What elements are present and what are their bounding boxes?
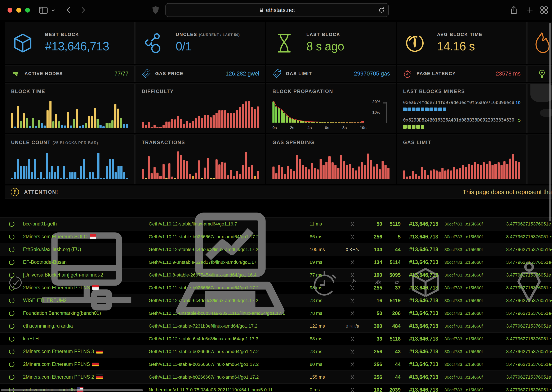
uncles-icon — [143, 32, 164, 54]
minimize-window-button[interactable] — [16, 8, 21, 13]
chart-bar — [224, 162, 226, 179]
node-block[interactable]: #13,646,713 — [406, 387, 442, 392]
node-block[interactable]: #13,646,713 — [406, 323, 442, 329]
node-client-version: Geth/v1.10.12-stable-6c4dc6c3/linux-amd6… — [149, 247, 309, 252]
node-block[interactable]: #13,646,713 — [406, 297, 442, 303]
share-button[interactable] — [510, 6, 517, 15]
node-mining — [340, 297, 364, 304]
stat-panel-best-block: BEST BLOCK#13,646,713 — [5, 22, 135, 64]
chart-bar — [293, 171, 295, 179]
node-name[interactable]: eth.icanmining.ru aridia — [23, 323, 149, 329]
address-bar[interactable]: ethstats.net — [165, 3, 389, 17]
chart-bar — [58, 121, 60, 128]
node-block-hash[interactable]: 30ccf783...c15f660f — [442, 260, 504, 265]
node-pending: 43 — [382, 349, 401, 355]
zoom-window-button[interactable] — [25, 8, 30, 13]
chart-bar — [332, 122, 334, 123]
chart-bar — [349, 164, 351, 179]
chart-bar — [239, 107, 241, 128]
node-block-hash[interactable]: 30ccf783...c15f660f — [442, 375, 504, 380]
forward-button[interactable] — [81, 6, 86, 14]
mining-x-icon — [349, 336, 356, 342]
column-header-block-cube[interactable] — [406, 266, 442, 299]
node-name[interactable]: Foundation Benchmarking(bench01) — [23, 310, 149, 316]
node-name[interactable]: EthSolo.MaxHash.org (EU) — [23, 247, 149, 252]
back-button[interactable] — [66, 6, 71, 14]
chart-bar — [224, 110, 226, 128]
chart-bar — [438, 172, 441, 179]
sidebar-menu-button[interactable] — [51, 8, 55, 13]
node-block-hash[interactable]: 30ccf783...c15f660f — [442, 247, 504, 252]
chart-bar — [325, 162, 328, 179]
map-panel-partial — [527, 84, 552, 133]
node-block-hash[interactable]: 30ccf783...c15f660f — [442, 311, 504, 316]
chart-bar — [230, 113, 232, 128]
column-header-latency-stopwatch[interactable] — [309, 267, 340, 298]
chart-bar — [327, 122, 329, 123]
node-name[interactable]: 2Miners.com Ethereum PPLNS — [23, 361, 149, 367]
node-name[interactable]: kinΞTH — [23, 336, 149, 342]
chart-bar — [46, 110, 49, 128]
node-block[interactable]: #13,646,713 — [406, 349, 442, 355]
node-block[interactable]: #13,646,713 — [406, 272, 442, 278]
node-block[interactable]: #13,646,713 — [406, 234, 442, 240]
node-block[interactable]: #13,646,713 — [406, 221, 442, 227]
node-pending: 5114 — [382, 259, 401, 265]
node-block-hash[interactable]: 30ccf783...c15f660f — [442, 362, 504, 367]
node-row[interactable]: 2Miners.com Ethereum PPLNS 2Geth/v1.10.1… — [0, 371, 552, 383]
node-block-hash[interactable]: 30ccf783...c15f660f — [442, 285, 504, 290]
node-mining — [340, 272, 364, 278]
node-block-hash[interactable]: 30ccf783...c15f660f — [442, 273, 504, 278]
miner-address[interactable]: 0xea674fdde714fd979de3edf0f56aa9716b898e… — [403, 100, 521, 105]
node-pending: 2039 — [382, 387, 401, 392]
node-block[interactable]: #13,646,713 — [406, 246, 442, 252]
node-latency: 77 ms — [309, 272, 340, 278]
chart-bar — [357, 122, 359, 123]
vertical-scrollbar[interactable] — [549, 23, 551, 221]
node-block-hash[interactable]: 30ccf783...c15f660f — [442, 387, 504, 392]
node-pending: 44 — [382, 361, 401, 367]
node-name[interactable]: WISE-ETHEREUM2 — [23, 298, 149, 303]
node-block[interactable]: #13,646,713 — [406, 310, 442, 316]
node-block-hash[interactable]: 30ccf783...c15f660f — [442, 298, 504, 303]
node-latency: 78 ms — [309, 349, 340, 354]
node-name[interactable]: 2Miners.com Ethereum PPLNS — [23, 285, 149, 291]
node-block-hash[interactable]: 30ccf783...c15f660f — [442, 324, 504, 329]
node-total-difficulty: 3.477962715376051e+22 — [504, 221, 552, 227]
chart-bar — [334, 165, 337, 179]
node-block[interactable]: #13,646,713 — [406, 361, 442, 367]
tab-overview-button[interactable] — [540, 6, 548, 14]
node-block[interactable]: #13,646,713 — [406, 285, 442, 291]
node-name[interactable]: 2Miners.com Ethereum PPLNS 3 — [23, 349, 149, 354]
node-name[interactable]: [Universa Blockchain] geth-mainnet-2 — [23, 272, 149, 278]
chart-bar — [272, 167, 274, 179]
chart-bar — [340, 155, 342, 179]
node-block[interactable]: #13,646,713 — [406, 336, 442, 342]
node-peers: 102 — [364, 387, 382, 392]
sidebar-toggle-button[interactable] — [38, 6, 48, 15]
node-total-difficulty: 3.477962715376051e+22 — [504, 336, 552, 342]
privacy-report-button[interactable] — [152, 6, 159, 14]
node-block-hash[interactable]: 30ccf783...c15f660f — [442, 222, 504, 227]
chart-bar — [381, 161, 384, 179]
chart-bar — [153, 167, 156, 179]
miner-block-square — [403, 125, 407, 129]
horizontal-scrollbar[interactable] — [1, 389, 143, 391]
bulb-icon-wrap — [537, 69, 547, 79]
reload-button[interactable] — [378, 7, 385, 14]
miner-address[interactable]: 0x829BD824B016326A401d083B33D092293333A8… — [403, 118, 521, 123]
node-block-hash[interactable]: 30ccf783...c15f660f — [442, 349, 504, 354]
node-name[interactable]: 2Miners.com Ethereum PPLNS 2 — [23, 374, 149, 380]
chart-bar — [37, 178, 39, 179]
node-name[interactable]: 2Miners.com Ethereum SOLO — [23, 234, 149, 239]
new-tab-button[interactable] — [526, 6, 534, 14]
chart-bar — [284, 174, 286, 179]
node-block-hash[interactable]: 30ccf783...c15f660f — [442, 234, 504, 239]
node-pending: 5118 — [382, 336, 401, 342]
node-block-hash[interactable]: 30ccf783...c15f660f — [442, 336, 504, 341]
node-name[interactable]: bce-bnd01-geth — [23, 221, 149, 227]
node-block[interactable]: #13,646,713 — [406, 259, 442, 265]
close-window-button[interactable] — [7, 8, 12, 13]
node-name[interactable]: EF-Bootnode-Busan — [23, 259, 149, 265]
node-block[interactable]: #13,646,713 — [406, 374, 442, 380]
